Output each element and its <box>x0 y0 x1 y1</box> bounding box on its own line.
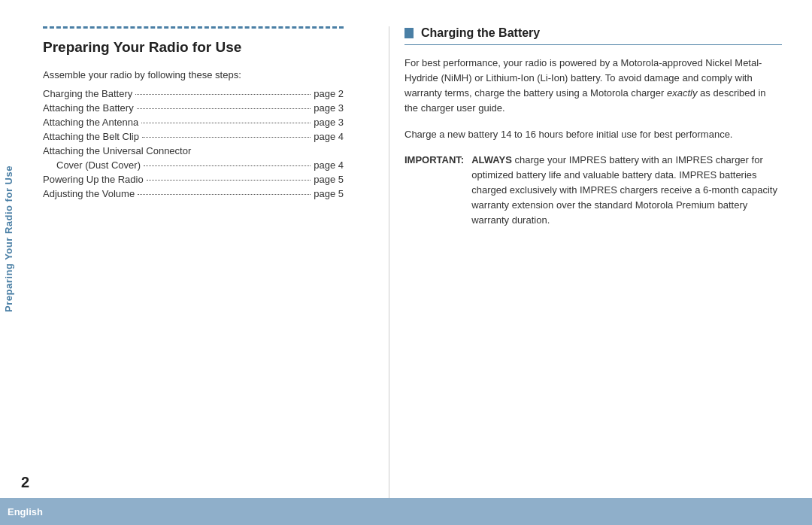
right-column: Charging the Battery For best performanc… <box>389 26 782 510</box>
toc-page: page 4 <box>314 131 344 142</box>
section-icon <box>404 28 414 38</box>
toc-page: page 2 <box>314 88 344 99</box>
toc-row: Charging the Batterypage 2 <box>43 88 344 99</box>
toc-row: Attaching the Universal Connector <box>43 145 344 156</box>
toc-label: Attaching the Battery <box>43 102 134 114</box>
toc-row: Cover (Dust Cover)page 4 <box>43 159 344 171</box>
body-paragraph: For best performance, your radio is powe… <box>404 56 782 117</box>
page-number: 2 <box>21 474 29 491</box>
toc-page: page 5 <box>314 174 344 185</box>
vertical-tab: Preparing Your Radio for Use <box>0 0 17 478</box>
toc-dots <box>142 137 311 138</box>
toc-page: page 3 <box>314 102 344 114</box>
body-paragraph: Charge a new battery 14 to 16 hours befo… <box>404 127 782 142</box>
language-label: English <box>8 506 43 517</box>
toc-row: Powering Up the Radiopage 5 <box>43 174 344 185</box>
toc-page: page 4 <box>314 159 344 171</box>
toc-label: Attaching the Universal Connector <box>43 145 191 156</box>
important-block: IMPORTANT: ALWAYS charge your IMPRES bat… <box>404 153 782 229</box>
toc-label: Attaching the Antenna <box>43 117 138 128</box>
toc-row: Attaching the Antennapage 3 <box>43 117 344 128</box>
main-content: Preparing Your Radio for Use Assemble yo… <box>17 0 812 525</box>
toc-dots <box>138 194 311 195</box>
toc-dots <box>141 123 311 123</box>
toc-label: Attaching the Belt Clip <box>43 131 139 142</box>
toc-dots <box>135 94 311 95</box>
toc-row: Adjusting the Volumepage 5 <box>43 188 344 199</box>
toc-dots <box>137 108 311 109</box>
important-label: IMPORTANT: <box>404 153 464 229</box>
top-dashed-border <box>43 26 344 29</box>
toc-dots <box>144 165 311 166</box>
important-content: ALWAYS charge your IMPRES battery with a… <box>471 153 782 229</box>
toc-container: Charging the Batterypage 2Attaching the … <box>43 88 344 199</box>
page-container: Preparing Your Radio for Use Preparing Y… <box>0 0 812 525</box>
section-header: Charging the Battery <box>404 26 782 45</box>
intro-text: Assemble your radio by following these s… <box>43 69 344 80</box>
toc-page: page 3 <box>314 117 344 128</box>
section-header-title: Charging the Battery <box>421 26 540 40</box>
toc-row: Attaching the Batterypage 3 <box>43 102 344 114</box>
toc-dots <box>147 180 311 181</box>
left-column: Preparing Your Radio for Use Assemble yo… <box>43 26 359 510</box>
toc-page: page 5 <box>314 188 344 199</box>
toc-label: Powering Up the Radio <box>43 174 144 185</box>
body-paragraphs: For best performance, your radio is powe… <box>404 56 782 142</box>
bottom-bar: English <box>0 498 812 525</box>
vertical-tab-label: Preparing Your Radio for Use <box>3 165 14 312</box>
toc-row: Attaching the Belt Clippage 4 <box>43 131 344 142</box>
toc-label: Charging the Battery <box>43 88 132 99</box>
toc-label: Cover (Dust Cover) <box>56 159 141 171</box>
toc-label: Adjusting the Volume <box>43 188 135 199</box>
page-title: Preparing Your Radio for Use <box>43 39 344 56</box>
